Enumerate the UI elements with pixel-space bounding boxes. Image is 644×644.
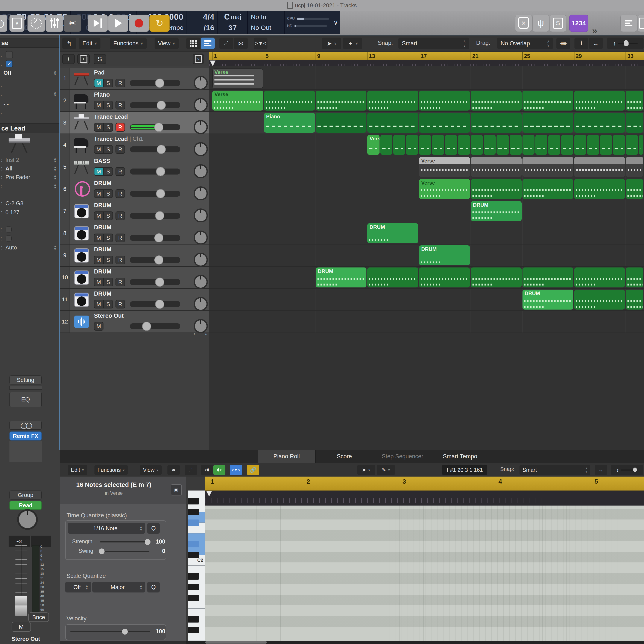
region-loop-segment[interactable] <box>574 267 625 287</box>
pan-knob[interactable]: LR <box>195 77 207 89</box>
solo-button[interactable]: S <box>103 234 113 242</box>
pan-knob[interactable]: LR <box>195 143 207 155</box>
track-name[interactable]: DRUM <box>94 224 111 231</box>
solo-button[interactable]: S <box>103 79 113 87</box>
scale-root-select[interactable]: Off∧∨ <box>65 582 91 592</box>
lcd-io[interactable]: No In No Out <box>248 11 285 34</box>
region-loop-segment[interactable] <box>471 157 522 177</box>
solo-button[interactable]: S <box>103 101 113 109</box>
region-inspector-header[interactable]: se <box>0 38 60 48</box>
pan-knob[interactable]: LR <box>195 254 207 266</box>
view-menu[interactable]: View∨ <box>155 38 179 49</box>
quantize-apply-button[interactable]: Q <box>147 523 160 534</box>
region-loop-segment[interactable] <box>484 135 496 155</box>
editor-pointer-tool[interactable]: ➤∨ <box>357 465 375 475</box>
functions-menu[interactable]: Functions∨ <box>110 38 147 49</box>
region-verse[interactable]: Verse <box>419 179 470 199</box>
remix-fx-slot[interactable]: Remix FX <box>9 431 42 440</box>
region-loop-segment[interactable] <box>419 135 431 155</box>
zoom-slider-track[interactable] <box>618 43 638 44</box>
link-button[interactable]: 🔗 <box>247 465 259 475</box>
track-inspector-header[interactable]: ce Lead <box>0 123 60 133</box>
velocity-slider[interactable] <box>70 631 150 632</box>
pan-knob[interactable]: LR <box>195 232 207 243</box>
quantize-off[interactable]: Off <box>3 70 12 76</box>
strength-thumb[interactable] <box>145 539 150 545</box>
notes-button[interactable] <box>638 15 644 32</box>
region-loop-segment[interactable] <box>316 113 367 133</box>
channel-mute-button[interactable]: M <box>12 622 31 632</box>
mute-button[interactable]: M <box>94 145 103 154</box>
volume-slider[interactable] <box>130 301 180 307</box>
record-button[interactable] <box>129 15 149 32</box>
volume-thumb[interactable] <box>155 300 164 309</box>
strength-slider[interactable] <box>100 541 149 542</box>
region-loop-segment[interactable] <box>574 113 625 133</box>
volume-fader[interactable] <box>15 596 27 616</box>
region-loop-segment[interactable] <box>587 135 599 155</box>
piano-key-D#2[interactable] <box>188 541 199 547</box>
back-button[interactable]: ↰ <box>62 38 76 49</box>
region-loop-segment[interactable] <box>497 135 509 155</box>
track-name[interactable]: DRUM <box>94 268 111 275</box>
region-loop-segment[interactable] <box>419 91 470 111</box>
horizontal-zoom-button[interactable]: ↔ <box>589 38 603 49</box>
checkbox-unchecked[interactable] <box>6 51 13 58</box>
channel-setting-button[interactable]: Setting <box>9 375 42 384</box>
eq-button[interactable]: EQ <box>9 392 42 407</box>
tab-piano-roll[interactable]: Piano Roll <box>258 450 316 463</box>
stereo-format-button[interactable]: ◯◯ <box>9 421 42 430</box>
region-verse[interactable]: Verse <box>212 91 263 111</box>
bar-ruler[interactable]: 159131721252933 <box>209 52 644 60</box>
track-name[interactable]: Stereo Out <box>94 313 124 319</box>
region-drum[interactable]: DRUM <box>471 201 522 221</box>
scrollbar-thumb[interactable] <box>205 641 267 644</box>
local-inspector-toggle[interactable]: ▣ <box>171 484 182 495</box>
volume-slider[interactable] <box>130 279 180 285</box>
editor-playhead-marker[interactable] <box>206 491 212 497</box>
region-loop-segment[interactable] <box>367 91 418 111</box>
duplicate-track-button[interactable]: + <box>77 54 90 64</box>
checkbox-transpose[interactable] <box>6 226 12 232</box>
volume-slider[interactable] <box>130 124 180 130</box>
pan-knob[interactable]: LR <box>195 276 207 288</box>
volume-slider[interactable] <box>130 257 180 263</box>
region-drum[interactable]: DRUM <box>419 245 470 265</box>
inspector-toggle-button[interactable]: ∨ <box>9 15 24 32</box>
volume-slider[interactable] <box>130 102 180 108</box>
region-loop-segment[interactable] <box>639 135 643 155</box>
piano-key-D#1[interactable] <box>188 616 199 623</box>
track-name[interactable]: BASS <box>94 158 110 164</box>
track-row-drum[interactable]: 6DRUM M S R LR <box>60 178 209 200</box>
mixer-button[interactable] <box>46 15 63 32</box>
editor-pencil-tool[interactable]: ✎∨ <box>377 465 395 475</box>
record-enable-button[interactable]: R <box>115 234 125 242</box>
mute-button[interactable]: M <box>94 234 103 242</box>
checkbox-checked[interactable]: ✓ <box>6 60 13 67</box>
swing-slider[interactable] <box>100 551 149 552</box>
grid-view-button[interactable] <box>186 38 200 49</box>
track-header-config-button[interactable]: ∨ <box>193 54 204 64</box>
cycle-button[interactable]: ↻ <box>149 15 170 32</box>
region-loop-segment[interactable] <box>432 135 444 155</box>
playhead-marker[interactable] <box>210 61 216 66</box>
volume-thumb[interactable] <box>154 123 163 132</box>
region-loop-segment[interactable] <box>458 135 470 155</box>
solo-tracks-button[interactable]: S <box>94 54 106 64</box>
editor-h-zoom-button[interactable]: ↔ <box>595 465 607 475</box>
automation-mode-field[interactable]: Auto <box>5 244 17 251</box>
solo-button[interactable]: S <box>103 211 113 220</box>
waveform-zoom-button[interactable]: ᚔ <box>556 38 570 49</box>
tools-button[interactable]: ✂ <box>64 15 81 32</box>
go-to-end-button[interactable] <box>88 15 108 32</box>
track-row-drum[interactable]: 7DRUM M S R LR <box>60 200 209 222</box>
region-loop-segment[interactable] <box>316 91 367 111</box>
volume-thumb[interactable] <box>155 278 164 287</box>
region-loop-segment[interactable] <box>393 135 405 155</box>
region-verse[interactable]: Verse <box>367 135 379 155</box>
region-verse[interactable]: Verse <box>419 157 470 177</box>
flex-button[interactable]: ⋈ <box>234 38 248 49</box>
solo-mode-button[interactable]: S <box>550 15 566 32</box>
track-row-drum[interactable]: 9DRUM M S R LR <box>60 245 209 267</box>
catch-button[interactable]: >▼< <box>254 38 267 49</box>
